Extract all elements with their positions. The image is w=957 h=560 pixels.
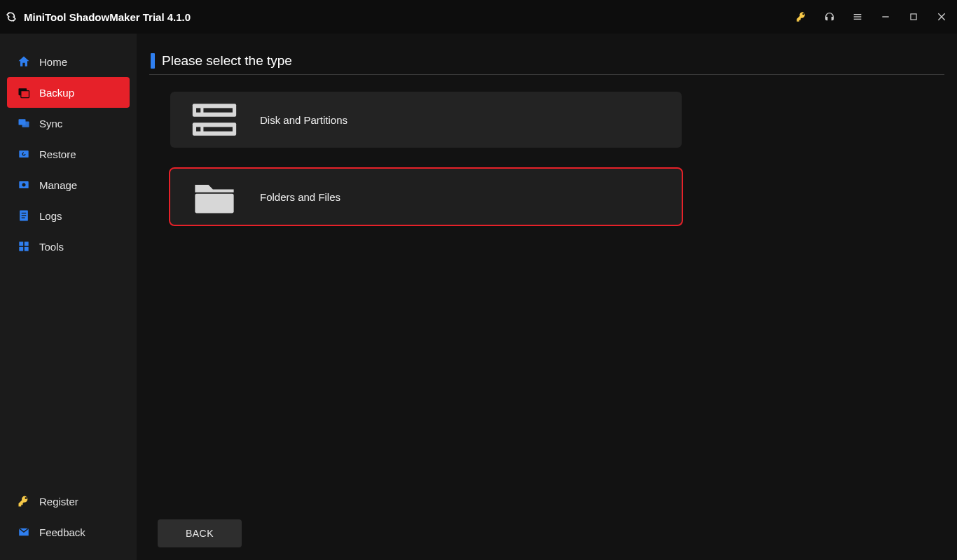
- app-title: MiniTool ShadowMaker Trial 4.1.0: [24, 11, 191, 23]
- svg-rect-4: [911, 14, 916, 20]
- tools-icon: [17, 239, 31, 253]
- sidebar-item-label: Logs: [39, 210, 62, 222]
- main-panel: Please select the type Disk and Partitio…: [137, 34, 957, 560]
- svg-rect-9: [19, 150, 28, 158]
- option-label: Folders and Files: [260, 191, 340, 203]
- sidebar-item-restore[interactable]: Restore: [7, 139, 130, 169]
- svg-rect-8: [22, 122, 29, 127]
- mail-icon: [17, 525, 31, 539]
- svg-rect-19: [25, 247, 29, 251]
- svg-rect-1: [854, 16, 862, 17]
- restore-icon: [17, 147, 31, 161]
- sidebar-item-label: Sync: [39, 118, 62, 130]
- app-logo-icon: [4, 10, 18, 24]
- sidebar-item-sync[interactable]: Sync: [7, 108, 130, 139]
- sidebar-item-tools[interactable]: Tools: [7, 231, 130, 262]
- titlebar: MiniTool ShadowMaker Trial 4.1.0: [0, 0, 957, 34]
- svg-rect-21: [196, 108, 200, 112]
- svg-rect-22: [203, 108, 233, 112]
- heading-title: Please select the type: [162, 53, 292, 69]
- heading-divider: [149, 74, 944, 75]
- sidebar: Home Backup Sync Restore: [0, 34, 137, 560]
- sidebar-item-label: Backup: [39, 87, 74, 99]
- sidebar-item-manage[interactable]: Manage: [7, 169, 130, 200]
- menu-icon[interactable]: [848, 7, 867, 27]
- svg-rect-14: [22, 215, 27, 216]
- option-disk-partitions[interactable]: Disk and Partitions: [170, 92, 682, 148]
- key-icon: [17, 494, 31, 508]
- sidebar-item-label: Feedback: [39, 526, 85, 538]
- sidebar-item-label: Restore: [39, 148, 76, 160]
- sidebar-item-feedback[interactable]: Feedback: [7, 517, 130, 547]
- svg-rect-2: [854, 19, 862, 20]
- disk-icon: [190, 101, 239, 139]
- sidebar-item-label: Register: [39, 496, 78, 507]
- svg-rect-3: [882, 16, 888, 17]
- svg-rect-24: [196, 127, 200, 131]
- manage-icon: [17, 178, 31, 192]
- sync-icon: [17, 116, 31, 130]
- logs-icon: [17, 209, 31, 223]
- minimize-icon[interactable]: [876, 7, 895, 27]
- page-heading: Please select the type: [149, 53, 944, 69]
- svg-rect-17: [25, 241, 29, 246]
- sidebar-item-home[interactable]: Home: [7, 46, 130, 77]
- svg-rect-6: [21, 91, 29, 98]
- svg-point-11: [22, 183, 26, 187]
- close-icon[interactable]: [932, 7, 951, 27]
- svg-rect-16: [19, 241, 23, 246]
- home-icon: [17, 55, 31, 69]
- key-icon[interactable]: [792, 7, 811, 27]
- svg-rect-25: [203, 127, 233, 131]
- sidebar-item-label: Manage: [39, 179, 77, 191]
- heading-accent-bar: [151, 53, 155, 69]
- maximize-icon[interactable]: [904, 7, 923, 27]
- back-button[interactable]: BACK: [158, 519, 242, 547]
- sidebar-item-backup[interactable]: Backup: [7, 77, 130, 108]
- svg-rect-0: [854, 14, 862, 15]
- folder-icon: [190, 177, 239, 216]
- option-label: Disk and Partitions: [260, 114, 347, 126]
- svg-rect-15: [22, 218, 25, 218]
- backup-icon: [17, 85, 31, 99]
- sidebar-item-label: Tools: [39, 241, 64, 253]
- option-folders-files[interactable]: Folders and Files: [170, 169, 682, 225]
- svg-rect-13: [22, 213, 27, 214]
- sidebar-item-register[interactable]: Register: [7, 486, 130, 517]
- sidebar-item-label: Home: [39, 56, 67, 68]
- headphones-icon[interactable]: [820, 7, 839, 27]
- sidebar-item-logs[interactable]: Logs: [7, 200, 130, 231]
- svg-rect-18: [19, 247, 23, 251]
- svg-rect-26: [195, 194, 233, 214]
